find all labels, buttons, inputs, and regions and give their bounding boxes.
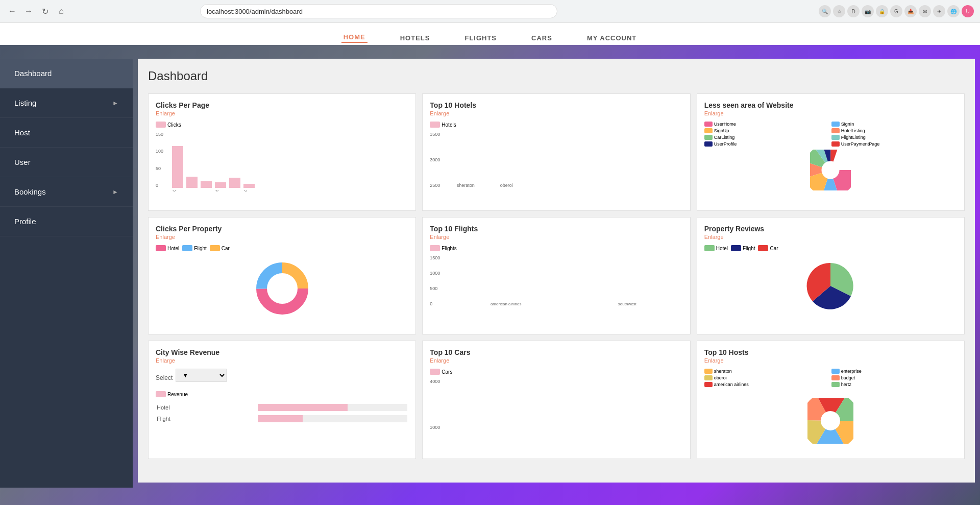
property-reviews-pie xyxy=(704,255,957,317)
american-airlines-label: american airlines xyxy=(491,302,521,306)
city-revenue-enlarge[interactable]: Enlarge xyxy=(156,357,408,364)
ext3-icon[interactable]: 🔒 xyxy=(876,5,888,17)
select-label: Select xyxy=(156,374,173,381)
property-reviews-enlarge[interactable]: Enlarge xyxy=(704,234,957,240)
ext2-icon[interactable]: 📷 xyxy=(862,5,874,17)
top-hosts-enlarge[interactable]: Enlarge xyxy=(704,357,957,364)
top-cars-enlarge[interactable]: Enlarge xyxy=(430,357,682,364)
cars-color xyxy=(430,369,440,375)
legend-signup: SignUp xyxy=(704,128,830,133)
clicks-property-enlarge[interactable]: Enlarge xyxy=(156,234,408,240)
revenue-label: Revenue xyxy=(167,392,188,397)
hotels-y-3500: 3500 xyxy=(430,132,440,137)
color-flightlisting xyxy=(831,135,840,140)
forward-button[interactable]: → xyxy=(22,5,35,17)
city-select[interactable]: ▼ xyxy=(176,369,227,382)
label-userhome: UserHome xyxy=(714,122,736,127)
bar-userpayment xyxy=(229,178,240,188)
legend-sheraton-host: sheraton xyxy=(704,369,830,374)
clicks-per-page-enlarge[interactable]: Enlarge xyxy=(156,110,408,116)
label-flight-prop: Flight xyxy=(194,246,206,251)
sidebar-item-user[interactable]: User xyxy=(0,148,133,177)
label-userprofile: UserProfile xyxy=(714,141,737,147)
card-less-seen: Less seen area of Website Enlarge UserHo… xyxy=(697,93,965,211)
account-icon[interactable]: U xyxy=(962,5,974,17)
cars-legend: Cars xyxy=(430,369,682,375)
oberoi-label: oberoi xyxy=(500,183,513,188)
property-donut xyxy=(156,255,408,322)
legend-userprofile: UserProfile xyxy=(704,141,830,147)
legend-oberoi-host: oberoi xyxy=(704,375,830,380)
hosts-pie xyxy=(704,390,957,451)
revenue-hotel-bar-cell xyxy=(258,402,408,413)
legend-hertz-host: hertz xyxy=(831,382,957,387)
revenue-row-hotel: Hotel xyxy=(157,402,407,413)
nav-myaccount[interactable]: MY ACCOUNT xyxy=(585,34,639,42)
bookings-arrow-icon: ► xyxy=(112,188,118,196)
less-seen-legend: UserHome SignIn SignUp HotelListing xyxy=(704,122,957,147)
star-icon[interactable]: ☆ xyxy=(833,5,845,17)
top-hosts-title: Top 10 Hosts xyxy=(704,348,957,356)
color-userhome xyxy=(704,122,713,127)
ext7-icon[interactable]: ✈ xyxy=(933,5,945,17)
x-label-userhome: UserHome xyxy=(172,190,183,202)
legend-signin: SignIn xyxy=(831,122,957,127)
less-seen-pie xyxy=(704,150,957,190)
top-flights-enlarge[interactable]: Enlarge xyxy=(430,234,682,240)
hotels-y-3000: 3000 xyxy=(430,157,440,162)
hotels-legend: Hotels xyxy=(430,122,682,128)
color-hotel-prop xyxy=(156,245,166,251)
flights-legend-item: Flights xyxy=(430,245,456,251)
address-bar[interactable]: localhost:3000/admin/dashboard xyxy=(200,4,557,18)
cars-label: Cars xyxy=(442,369,452,375)
legend-flight-review: Flight xyxy=(731,245,755,251)
cars-legend-item: Cars xyxy=(430,369,452,375)
nav-hotels[interactable]: HOTELS xyxy=(398,34,432,42)
card-top-10-hosts: Top 10 Hosts Enlarge sheraton enterprise… xyxy=(697,341,965,459)
y-label-150: 150 xyxy=(156,132,163,137)
x-label-spacer2 xyxy=(201,190,212,202)
main-layout: Dashboard Listing ► Host User Bookings ►… xyxy=(0,54,980,488)
legend-hotel-review: Hotel xyxy=(704,245,728,251)
sidebar-item-dashboard[interactable]: Dashboard xyxy=(0,59,133,88)
sidebar-item-bookings[interactable]: Bookings ► xyxy=(0,177,133,207)
revenue-hotel-bar-bg xyxy=(258,404,408,411)
label-hertz-host: hertz xyxy=(841,382,851,387)
sidebar-item-listing[interactable]: Listing ► xyxy=(0,88,133,118)
sidebar-label-host: Host xyxy=(14,128,30,137)
label-american-host: american airlines xyxy=(714,382,749,387)
label-flightlisting: FlightListing xyxy=(841,135,866,140)
content-area: Dashboard Clicks Per Page Enlarge Clicks… xyxy=(138,59,975,483)
top-hotels-title: Top 10 Hotels xyxy=(430,101,682,109)
clicks-legend-item: Clicks xyxy=(156,122,181,128)
nav-flights[interactable]: FLIGHTS xyxy=(462,34,499,42)
ext6-icon[interactable]: ✉ xyxy=(919,5,931,17)
bar-6 xyxy=(243,184,255,188)
search-icon[interactable]: 🔍 xyxy=(819,5,831,17)
bar-3 xyxy=(201,181,212,188)
label-car-prop: Car xyxy=(222,246,230,251)
nav-home[interactable]: HOME xyxy=(341,33,368,43)
sidebar: Dashboard Listing ► Host User Bookings ►… xyxy=(0,59,133,488)
ext8-icon[interactable]: 🌐 xyxy=(947,5,960,17)
back-button[interactable]: ← xyxy=(6,5,18,17)
color-signin xyxy=(831,122,840,127)
legend-userpayment: UserPaymentPage xyxy=(831,141,957,147)
less-seen-enlarge[interactable]: Enlarge xyxy=(704,110,957,116)
ext5-icon[interactable]: 📥 xyxy=(904,5,917,17)
sidebar-item-host[interactable]: Host xyxy=(0,118,133,148)
card-property-reviews: Property Reviews Enlarge Hotel Flight Ca… xyxy=(697,217,965,334)
sidebar-item-profile[interactable]: Profile xyxy=(0,207,133,236)
nav-cars[interactable]: CARS xyxy=(529,34,554,42)
home-button[interactable]: ⌂ xyxy=(55,5,67,17)
ext1-icon[interactable]: D xyxy=(847,5,860,17)
ext4-icon[interactable]: G xyxy=(890,5,902,17)
label-enterprise-host: enterprise xyxy=(841,369,862,374)
reload-button[interactable]: ↻ xyxy=(39,5,51,17)
revenue-table: Hotel Flight xyxy=(156,401,408,425)
less-seen-title: Less seen area of Website xyxy=(704,101,957,109)
flights-y-500: 500 xyxy=(430,286,440,291)
page-title: Dashboard xyxy=(148,69,965,83)
top-hotels-enlarge[interactable]: Enlarge xyxy=(430,110,682,116)
color-userprofile xyxy=(704,141,713,147)
